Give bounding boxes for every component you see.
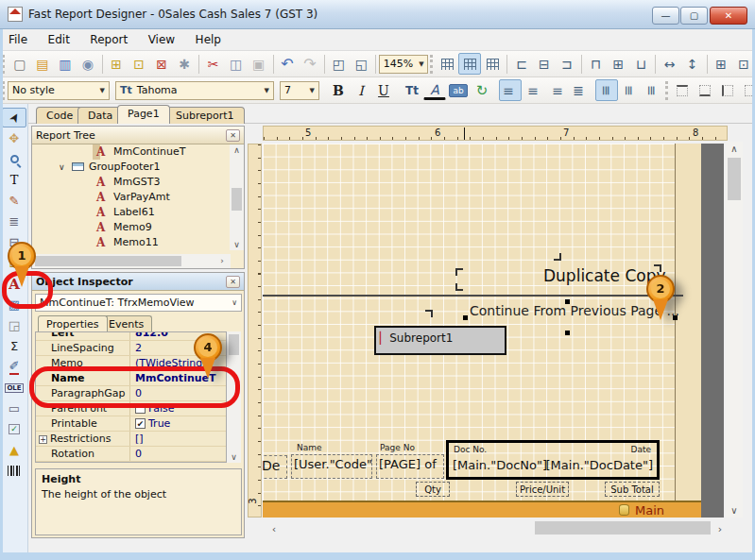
close-panel-button[interactable]: ✕: [226, 129, 240, 142]
space-horizontally-button[interactable]: ↔: [659, 53, 681, 75]
scroll-left-icon[interactable]: ‹: [267, 523, 281, 535]
clipped-field[interactable]: De: [263, 455, 287, 479]
group-button[interactable]: ◰: [327, 53, 350, 75]
align-left-button[interactable]: ≡: [499, 79, 522, 101]
highlight-button[interactable]: ab: [449, 84, 468, 97]
delete-page-button[interactable]: ⊠: [150, 53, 173, 75]
align-center-button[interactable]: ≡: [522, 79, 544, 101]
ungroup-button[interactable]: ◱: [350, 53, 372, 75]
doc-date-field[interactable]: [Main."DocDate"]: [546, 458, 653, 472]
checkbox-checked-icon[interactable]: ✔: [135, 418, 146, 429]
align-horizontal-centers-button[interactable]: ⊟: [533, 53, 556, 75]
title-bar[interactable]: Fast Report Designer - 0Sales Cash Sales…: [0, 0, 755, 29]
chevron-down-icon[interactable]: ∨: [59, 160, 65, 175]
scroll-down-icon[interactable]: ∨: [230, 240, 244, 249]
font-select[interactable]: Tt Tahoma▼: [115, 81, 274, 100]
main-band[interactable]: Main: [263, 501, 701, 518]
underline-button[interactable]: U: [372, 79, 395, 101]
band-tool[interactable]: ≣: [2, 212, 26, 231]
maximize-button[interactable]: ▢: [680, 7, 708, 25]
font-settings-button[interactable]: Tt: [401, 79, 423, 101]
tree-item-memo11[interactable]: A Memo11: [32, 235, 244, 250]
font-size-select[interactable]: 7▼: [280, 81, 319, 100]
selection-handle[interactable]: [463, 315, 468, 320]
align-middles-button[interactable]: ⊞: [607, 53, 629, 75]
frame-top-button[interactable]: [671, 79, 694, 101]
tree-vertical-scrollbar[interactable]: ∧ ∨: [230, 144, 244, 250]
save-report-button[interactable]: ▥: [54, 53, 77, 75]
tree-item-varpayamt[interactable]: A VarPayAmt: [32, 190, 244, 205]
draw-tool[interactable]: ✐: [2, 357, 26, 377]
style-select[interactable]: No style▼: [8, 81, 110, 100]
frame-bottom-button[interactable]: [694, 79, 716, 101]
align-to-grid-button[interactable]: [458, 53, 481, 75]
price-unit-label[interactable]: Price/Unit: [516, 482, 569, 497]
tree-item-mmgst3[interactable]: A MmGST3: [32, 175, 244, 190]
property-row-rotation[interactable]: Rotation 0: [36, 447, 226, 462]
align-right-button[interactable]: ≡: [544, 79, 567, 101]
open-report-button[interactable]: ▤: [31, 53, 54, 75]
select-tool[interactable]: ➤: [2, 108, 26, 127]
property-row-printable[interactable]: Printable ✔True: [36, 416, 226, 432]
scrollbar-thumb[interactable]: [35, 256, 181, 266]
object-inspector-header[interactable]: Object Inspector ✕: [32, 273, 244, 291]
frame-left-button[interactable]: [716, 79, 739, 101]
scrollbar-thumb[interactable]: [728, 158, 741, 200]
align-right-edges-button[interactable]: ⊐: [556, 53, 578, 75]
page-of-field[interactable]: [PAGE] of: [376, 454, 444, 479]
menu-report[interactable]: Report: [81, 29, 136, 46]
text-rotation-button[interactable]: ↻: [471, 79, 493, 101]
undo-button[interactable]: ↶: [276, 53, 299, 75]
user-code-field[interactable]: [User."Code"]: [291, 454, 372, 479]
new-page-button[interactable]: ⊞: [105, 53, 128, 75]
canvas-vertical-scrollbar[interactable]: ∧ ∨: [726, 142, 743, 518]
align-top-button[interactable]: ≡: [595, 79, 618, 101]
report-tree-header[interactable]: Report Tree ✕: [32, 127, 244, 144]
menu-view[interactable]: View: [140, 29, 183, 46]
show-grid-button[interactable]: [436, 53, 458, 75]
doc-no-field[interactable]: [Main."DocNo"]: [453, 458, 547, 472]
scrollbar-thumb[interactable]: [535, 521, 711, 535]
scroll-down-icon[interactable]: ∨: [227, 452, 241, 462]
toolbar-grip[interactable]: [430, 55, 434, 74]
align-tops-button[interactable]: ⊓: [584, 53, 607, 75]
tab-code[interactable]: Code: [36, 107, 83, 124]
docinfo-box[interactable]: Doc No. Date [Main."DocNo"] [Main."DocDa…: [446, 440, 660, 480]
selection-handle[interactable]: [565, 299, 570, 304]
scroll-up-icon[interactable]: ∧: [726, 144, 743, 154]
space-vertically-button[interactable]: ↕: [681, 53, 704, 75]
subreport-tool[interactable]: ◲: [2, 315, 26, 335]
scrollbar-thumb[interactable]: [229, 334, 239, 355]
subreport-object[interactable]: ▏Subreport1: [374, 326, 506, 355]
close-button[interactable]: ✕: [710, 7, 747, 25]
menu-edit[interactable]: Edit: [40, 29, 78, 46]
tree-item-mmcontinuet[interactable]: A MmContinueT: [32, 144, 244, 160]
minimize-button[interactable]: —: [652, 7, 679, 25]
expand-icon[interactable]: +: [39, 435, 47, 444]
hand-tool[interactable]: ✥: [2, 128, 26, 148]
align-bottom-button[interactable]: ≡: [641, 79, 663, 101]
tab-page1[interactable]: Page1: [117, 105, 170, 124]
qty-label[interactable]: Qty: [416, 482, 450, 497]
center-horizontally-in-band-button[interactable]: ⊞: [710, 53, 732, 75]
align-justify-button[interactable]: ≣: [567, 79, 590, 101]
format-painter-tool[interactable]: ✎: [2, 191, 26, 211]
fit-to-grid-button[interactable]: [481, 53, 504, 75]
sub-total-label[interactable]: Sub Total: [605, 482, 660, 497]
font-color-button[interactable]: A: [423, 81, 446, 100]
paste-button[interactable]: ▣: [248, 53, 270, 75]
new-dialog-page-button[interactable]: ⊡: [128, 53, 150, 75]
redo-button[interactable]: ↷: [299, 53, 321, 75]
tree-item-memo9[interactable]: A Memo9: [32, 220, 244, 235]
menu-file[interactable]: File: [0, 29, 36, 46]
checkbox-tool[interactable]: ✓: [2, 419, 26, 439]
zoom-select[interactable]: 145%▼: [379, 55, 428, 74]
align-left-edges-button[interactable]: ⊏: [510, 53, 533, 75]
copy-button[interactable]: ◫: [225, 53, 248, 75]
selection-handle[interactable]: [565, 331, 570, 335]
align-middle-button[interactable]: ≡: [618, 79, 641, 101]
property-row-restrictions[interactable]: +Restrictions []: [36, 432, 226, 447]
scroll-up-icon[interactable]: ∧: [230, 145, 244, 155]
scroll-right-icon[interactable]: ›: [713, 523, 727, 535]
tree-item-groupfooter1[interactable]: ∨ GroupFooter1: [32, 160, 244, 175]
